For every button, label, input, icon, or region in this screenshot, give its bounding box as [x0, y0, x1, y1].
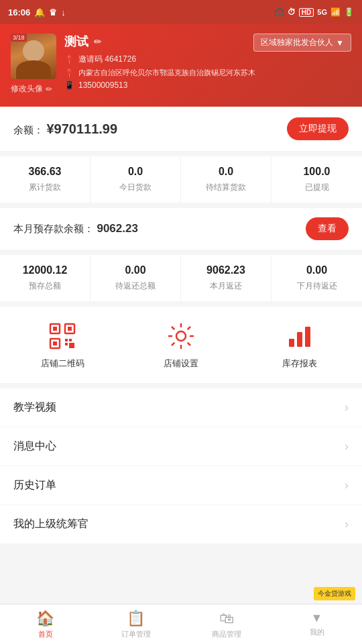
chevron-right-icon-2: › — [345, 439, 349, 453]
nav-home[interactable]: 🏠 首页 — [0, 604, 90, 644]
balance-amount: ¥970111.99 — [46, 121, 117, 136]
next-month-return-label: 下月待返还 — [277, 280, 357, 292]
svg-rect-6 — [65, 339, 68, 341]
svg-rect-13 — [305, 327, 310, 347]
time-display: 16:06 — [8, 7, 30, 17]
edit-pencil-icon: ✏ — [46, 85, 52, 94]
menu-tutorial-label: 教学视频 — [13, 400, 56, 415]
wifi-icon: 📶 — [330, 7, 341, 17]
return-pending-total-label: 待返还总额 — [96, 280, 175, 292]
svg-rect-7 — [69, 339, 72, 341]
mine-icon: ▼ — [311, 611, 323, 625]
address-row: 📍 内蒙古自治区呼伦贝尔市鄂温克族自治旗锡尼河东苏木 — [64, 68, 351, 78]
stat-value-accumulated: 366.63 — [5, 166, 84, 178]
stat-value-today: 0.0 — [96, 166, 175, 178]
nav-mine-label: 我的 — [310, 627, 324, 637]
location-pin-icon: 📍 — [64, 55, 74, 64]
svg-rect-5 — [53, 341, 57, 345]
stat-accumulated: 366.63 累计货款 — [0, 156, 90, 203]
svg-rect-1 — [53, 327, 57, 331]
return-pending-total: 0.00 待返还总额 — [90, 255, 181, 301]
stat-label-accumulated: 累计货款 — [5, 182, 84, 193]
deposit-total-value: 12000.12 — [5, 264, 84, 276]
menu-list: 教学视频 › 消息中心 › 历史订单 › 我的上级统筹官 › — [0, 388, 362, 543]
main-content: 余额： ¥970111.99 立即提现 366.63 累计货款 0.0 今日货款… — [0, 107, 362, 596]
quick-actions: 店铺二维码 店铺设置 库存报表 — [0, 307, 362, 383]
invite-code-text: 邀请码 4641726 — [78, 54, 136, 65]
5g-badge: 5G — [317, 8, 327, 16]
stat-value-pending: 0.0 — [186, 166, 265, 178]
stat-label-withdrawn: 已提现 — [277, 182, 357, 193]
profile-header: 3/18 修改头像 ✏ 测试 ✏ 📍 邀请码 4641726 📍 内蒙古自治区呼… — [0, 24, 362, 107]
phone-row: 📱 13500009513 — [64, 80, 351, 90]
status-bar: 16:06 🔔 ♛ ↓ 🎧 ⏱ HD 5G 📶 🔋 — [0, 0, 362, 24]
headphone-icon: 🎧 — [274, 7, 284, 17]
nav-mine[interactable]: ▼ 我的 — [272, 604, 362, 644]
crown-icon: ♛ — [49, 7, 57, 17]
phone-icon: 📱 — [64, 80, 74, 90]
nav-products[interactable]: 🛍 商品管理 — [181, 604, 272, 644]
orders-icon: 📋 — [127, 610, 145, 627]
products-icon: 🛍 — [219, 610, 234, 627]
chart-icon — [284, 320, 316, 352]
edit-avatar-label: 修改头像 — [11, 83, 43, 95]
action-inventory[interactable]: 库存报表 — [243, 320, 355, 370]
action-qrcode-label: 店铺二维码 — [41, 358, 84, 370]
menu-supervisor-label: 我的上级统筹官 — [13, 517, 88, 531]
chevron-right-icon: › — [345, 400, 349, 415]
arrow-icon: ↓ — [61, 7, 66, 17]
balance-section: 余额： ¥970111.99 立即提现 — [0, 107, 362, 151]
menu-item-supervisor[interactable]: 我的上级统筹官 › — [0, 505, 362, 543]
menu-history-label: 历史订单 — [13, 478, 56, 492]
stat-value-withdrawn: 100.0 — [277, 166, 357, 178]
deposit-total: 12000.12 预存总额 — [0, 255, 90, 301]
gear-icon — [165, 320, 197, 352]
nav-orders-label: 订单管理 — [121, 629, 151, 639]
hd-badge: HD — [299, 8, 314, 17]
nav-products-label: 商品管理 — [212, 629, 241, 639]
menu-item-history[interactable]: 历史订单 › — [0, 466, 362, 505]
bottom-nav: 🏠 首页 📋 订单管理 🛍 商品管理 ▼ 我的 — [0, 604, 362, 644]
clock-icon: ⏱ — [288, 7, 296, 17]
svg-point-10 — [176, 331, 186, 341]
stat-label-pending: 待结算货款 — [186, 182, 265, 193]
monthly-return: 9062.23 本月返还 — [181, 255, 272, 301]
deposit-info: 本月预存款余额： 9062.23 — [13, 222, 138, 235]
notification-icon: 🔔 — [34, 7, 45, 17]
menu-messages-label: 消息中心 — [13, 439, 56, 453]
home-icon: 🏠 — [36, 610, 54, 627]
deposit-stats-grid: 12000.12 预存总额 0.00 待返还总额 9062.23 本月返还 0.… — [0, 255, 362, 301]
action-settings-label: 店铺设置 — [164, 358, 198, 370]
chevron-right-icon-3: › — [345, 478, 349, 492]
name-edit-icon[interactable]: ✏ — [94, 36, 102, 47]
next-month-return-value: 0.00 — [277, 264, 357, 276]
menu-item-tutorial[interactable]: 教学视频 › — [0, 388, 362, 427]
svg-rect-12 — [297, 332, 302, 347]
partner-badge-text: 区域独家批发合伙人 — [261, 37, 333, 48]
stat-withdrawn: 100.0 已提现 — [272, 156, 362, 203]
chevron-right-icon-4: › — [345, 517, 349, 531]
next-month-return: 0.00 下月待返还 — [272, 255, 362, 301]
qr-code-icon — [46, 320, 78, 352]
return-pending-total-value: 0.00 — [96, 264, 175, 276]
nav-orders[interactable]: 📋 订单管理 — [90, 604, 181, 644]
nav-home-label: 首页 — [38, 629, 53, 639]
action-settings[interactable]: 店铺设置 — [125, 320, 237, 370]
edit-avatar-button[interactable]: 修改头像 ✏ — [11, 83, 56, 95]
svg-rect-11 — [289, 339, 294, 347]
stat-label-today: 今日货款 — [96, 182, 175, 193]
status-right: 🎧 ⏱ HD 5G 📶 🔋 — [274, 7, 354, 17]
view-button[interactable]: 查看 — [306, 217, 349, 240]
status-left: 16:06 🔔 ♛ ↓ — [8, 7, 66, 17]
map-icon: 📍 — [64, 68, 74, 78]
action-inventory-label: 库存报表 — [282, 358, 317, 370]
action-qrcode[interactable]: 店铺二维码 — [7, 320, 119, 370]
withdraw-button[interactable]: 立即提现 — [287, 117, 349, 140]
invite-code-row: 📍 邀请码 4641726 — [64, 54, 351, 65]
dropdown-icon: ▼ — [336, 38, 344, 48]
address-text: 内蒙古自治区呼伦贝尔市鄂温克族自治旗锡尼河东苏木 — [78, 68, 255, 78]
menu-item-messages[interactable]: 消息中心 › — [0, 427, 362, 466]
svg-rect-9 — [69, 343, 74, 348]
battery-icon: 🔋 — [344, 7, 354, 17]
avatar-wrap: 3/18 修改头像 ✏ — [11, 34, 56, 95]
